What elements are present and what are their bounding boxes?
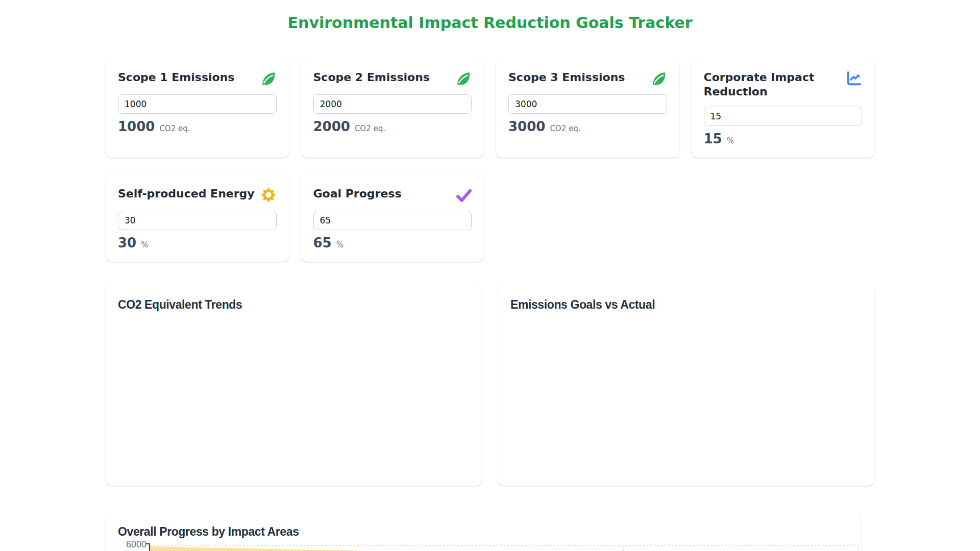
card-self-produced-energy: Self-produced Energy 30 % bbox=[106, 174, 289, 262]
corporate-impact-input[interactable] bbox=[704, 107, 863, 126]
goal-progress-input[interactable] bbox=[313, 211, 472, 230]
stat-unit: CO2 eq. bbox=[355, 124, 385, 133]
stat-unit: % bbox=[336, 240, 344, 249]
chart-title-overall-progress: Overall Progress by Impact Areas bbox=[118, 525, 848, 538]
card-scope-3-emissions: Scope 3 Emissions 3000 CO2 eq. bbox=[496, 58, 679, 158]
overall-progress-chart-canvas: 6000 bbox=[118, 545, 859, 551]
stats-grid: Scope 1 Emissions 1000 CO2 eq. S bbox=[106, 58, 874, 262]
card-co2-equivalent-trends: CO2 Equivalent Trends bbox=[106, 286, 482, 486]
leaf-icon bbox=[260, 70, 277, 87]
stat-value: 3000 bbox=[508, 120, 545, 133]
plot-area bbox=[150, 545, 859, 551]
sun-icon bbox=[260, 187, 277, 203]
y-axis-tick-label: 6000 bbox=[118, 540, 146, 549]
self-produced-energy-input[interactable] bbox=[118, 211, 277, 230]
co2-trends-chart-canvas bbox=[118, 311, 470, 464]
horizontal-gridline bbox=[150, 545, 859, 546]
stat-value: 30 bbox=[118, 236, 136, 249]
check-icon bbox=[455, 187, 472, 203]
page-title: Environmental Impact Reduction Goals Tra… bbox=[0, 14, 980, 32]
stat-title: Self-produced Energy bbox=[118, 187, 255, 201]
card-emissions-goals-vs-actual: Emissions Goals vs Actual bbox=[498, 286, 874, 486]
card-corporate-impact-reduction: Corporate Impact Reduction 15 % bbox=[692, 58, 875, 158]
leaf-icon bbox=[455, 70, 472, 87]
stat-value: 15 bbox=[704, 132, 722, 145]
main-container: Scope 1 Emissions 1000 CO2 eq. S bbox=[106, 58, 874, 551]
stat-title: Scope 3 Emissions bbox=[508, 70, 625, 85]
scope-1-input[interactable] bbox=[118, 94, 277, 114]
stat-unit: CO2 eq. bbox=[159, 124, 190, 133]
stat-title: Goal Progress bbox=[313, 187, 402, 201]
charts-grid: CO2 Equivalent Trends Emissions Goals vs… bbox=[106, 286, 874, 486]
stat-unit: CO2 eq. bbox=[550, 124, 580, 133]
stat-value: 1000 bbox=[118, 120, 155, 133]
stat-unit: % bbox=[727, 136, 734, 145]
vertical-gridline bbox=[857, 546, 859, 551]
stat-value: 65 bbox=[313, 236, 332, 249]
card-overall-progress: Overall Progress by Impact Areas 6000 bbox=[106, 513, 861, 551]
goals-vs-actual-chart-canvas bbox=[510, 311, 862, 464]
chart-line-icon bbox=[846, 70, 862, 87]
scope-3-input[interactable] bbox=[508, 94, 667, 114]
card-scope-1-emissions: Scope 1 Emissions 1000 CO2 eq. bbox=[106, 58, 289, 158]
chart-title-goals-vs-actual: Emissions Goals vs Actual bbox=[510, 298, 862, 311]
stat-value: 2000 bbox=[313, 120, 350, 133]
card-scope-2-emissions: Scope 2 Emissions 2000 CO2 eq. bbox=[301, 58, 484, 158]
stat-title: Corporate Impact Reduction bbox=[704, 70, 841, 99]
vertical-gridline bbox=[623, 546, 624, 551]
card-goal-progress: Goal Progress 65 % bbox=[301, 174, 484, 262]
scope-2-input[interactable] bbox=[313, 94, 472, 114]
leaf-icon bbox=[651, 70, 667, 87]
stat-unit: % bbox=[141, 240, 148, 249]
chart-title-co2-trends: CO2 Equivalent Trends bbox=[118, 298, 470, 311]
stat-title: Scope 1 Emissions bbox=[118, 70, 234, 85]
stat-title: Scope 2 Emissions bbox=[313, 70, 430, 85]
